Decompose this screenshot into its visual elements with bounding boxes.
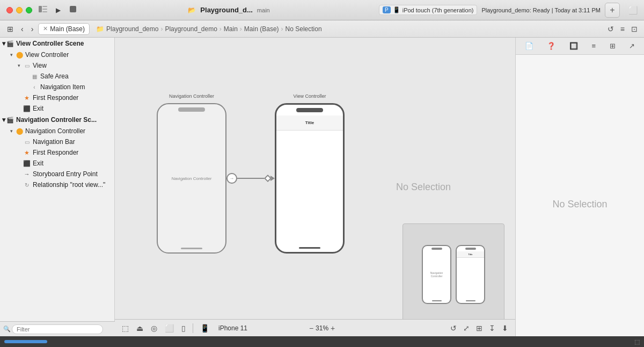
align-btn[interactable]: ⊞ [473,322,485,334]
view-controller-phone[interactable]: Title [275,103,345,254]
breadcrumb-item-1[interactable]: 📁 [96,25,104,33]
vc-scene-disclosure[interactable]: ▾ [2,40,5,47]
view-item[interactable]: ▾ ▭ View [0,60,114,71]
sidebar-toggle-button[interactable] [36,4,49,16]
view-disclosure[interactable]: ▾ [15,63,23,68]
vc-disclosure[interactable]: ▾ [8,52,15,57]
help-inspector-btn[interactable]: ❓ [544,40,559,52]
device-info[interactable]: P 📱 iPod touch (7th generation) [379,5,477,15]
view-controller-item[interactable]: ▾ ⬤ View Controller [0,49,114,60]
breadcrumb: 📁 Playground_demo › Playground_demo › Ma… [96,25,322,33]
navigation-controller-icon: ⬤ [15,127,24,135]
safe-area-icon: ▦ [30,72,39,81]
view-controller-scene-group: View Controller Title [275,103,345,254]
toolbar-right: ↺ ≡ ⊡ [605,23,640,35]
navigation-item-item[interactable]: ‹ Navigation Item [0,82,114,92]
inspector-panel: 📄 ❓ 🔲 ≡ ⊞ ↗ No Selection [515,38,644,336]
breadcrumb-main-base[interactable]: Main (Base) [244,25,279,33]
close-button[interactable] [6,7,13,13]
nc-disclosure[interactable]: ▾ [8,128,15,134]
add-button[interactable]: + [605,3,620,18]
device-btn[interactable]: 📱 [197,322,212,334]
mini-home-2 [466,300,475,301]
safe-area-item[interactable]: ▦ Safe Area [0,71,114,82]
layout-btn-1[interactable]: ⬚ [119,322,131,334]
mini-home-1 [432,300,442,301]
stop-button[interactable] [67,4,79,16]
nav-controller-home-bar [181,248,202,249]
breadcrumb-playground-demo1[interactable]: Playground_demo [106,25,158,33]
svg-rect-2 [42,9,47,10]
first-responder-2-item[interactable]: ★ First Responder [0,147,114,158]
nav-controller-scene-group: Navigation Controller Navigation Control… [157,103,226,254]
navigation-bar-item[interactable]: ▭ Navigation Bar [0,136,114,147]
split-view-button[interactable]: ⬜ [628,6,638,15]
nav-controller-scene-label: Navigation Controller Sc... [16,116,97,124]
refresh-button[interactable]: ↺ [605,23,616,35]
file-inspector-btn[interactable]: 📄 [522,40,537,52]
nav-controller-scene-title: Navigation Controller [157,93,226,99]
exit-2-item[interactable]: ⬛ Exit [0,158,114,169]
zoom-out-button[interactable]: − [309,324,313,332]
bottom-toolbar: ⬚ ⏏ ◎ ⬜ ▯ 📱 iPhone 11 − 31% + ↺ ⤢ ⊞ ↧ [115,319,515,336]
no-selection-inspector-label: No Selection [552,199,607,210]
view-icon: ▭ [23,61,31,70]
filter-input[interactable] [12,324,103,334]
grid-view-button[interactable]: ⊞ [4,23,16,35]
exit-item[interactable]: ⬛ Exit [0,103,114,114]
bookmark-button[interactable]: ⊡ [629,23,640,35]
refresh-canvas-btn[interactable]: ↺ [448,322,459,334]
arrange-btn[interactable]: ⤢ [460,322,472,334]
relationship-icon: ↻ [23,180,31,189]
progress-bar [4,340,47,343]
relationship-item[interactable]: ↻ Relationship "root view..." [0,179,114,190]
mini-nav-label: NavigationController [423,271,450,278]
layout-btn-3[interactable]: ◎ [148,322,160,334]
breadcrumb-playground-demo2[interactable]: Playground_demo [165,25,217,33]
first-responder-2-icon: ★ [23,148,31,157]
layout-btn-2[interactable]: ⏏ [134,322,146,334]
storyboard-entry-item[interactable]: → Storyboard Entry Point [0,169,114,179]
arrow-line-body [237,178,265,179]
back-button[interactable]: ‹ [18,23,26,35]
attributes-inspector-btn[interactable]: ≡ [588,40,599,52]
mini-title: Title [468,253,472,256]
view-controller-scene-header[interactable]: ▾ 🎬 View Controller Scene [0,38,114,49]
status-bar: ⬚ [0,336,644,347]
download-btn[interactable]: ⬇ [499,322,511,334]
breadcrumb-no-selection[interactable]: No Selection [286,25,322,33]
storyboard-canvas-area[interactable]: Navigation Controller Navigation Control… [115,38,515,336]
svg-rect-0 [39,6,42,12]
layout-btn-5[interactable]: ▯ [179,322,188,334]
maximize-button[interactable] [26,7,32,13]
console-button[interactable]: ⬚ [634,338,640,345]
nav-controller-notch [178,107,205,112]
identity-inspector-btn[interactable]: 🔲 [566,40,581,52]
navigation-controller-item[interactable]: ▾ ⬤ Navigation Controller [0,126,114,136]
zoom-control: − 31% + [309,324,335,332]
mini-preview-panel: NavigationController Title [402,223,504,326]
run-button[interactable]: ▶ [54,5,63,15]
device-label: iPod touch (7th generation) [402,7,474,13]
device-selector-label: iPhone 11 [218,324,247,332]
connections-inspector-btn[interactable]: ↗ [626,40,638,52]
layout-btn-4[interactable]: ⬜ [162,322,177,334]
first-responder-item[interactable]: ★ First Responder [0,92,114,103]
main-tab[interactable]: ✕ Main (Base) [38,23,90,35]
pin-btn[interactable]: ↧ [486,322,498,334]
nav-controller-phone[interactable]: Navigation Controller [157,103,226,254]
view-controller-icon: ⬤ [15,50,24,59]
breadcrumb-main[interactable]: Main [224,25,238,33]
list-view-button[interactable]: ≡ [618,23,627,35]
app-window: ▶ 📂 Playground_d... main P 📱 iPod touch … [0,0,644,347]
minimize-button[interactable] [16,7,23,13]
svg-rect-1 [42,6,47,7]
forward-button[interactable]: › [28,23,36,35]
navigation-controller-scene-header[interactable]: ▾ 🎬 Navigation Controller Sc... [0,114,114,126]
mini-vc-navbar: Title [457,251,484,258]
exit-icon: ⬛ [23,104,31,113]
size-inspector-btn[interactable]: ⊞ [606,40,619,52]
zoom-in-button[interactable]: + [331,324,335,332]
nc-scene-disclosure[interactable]: ▾ [2,116,5,124]
storyboard-entry-icon: → [23,170,31,178]
